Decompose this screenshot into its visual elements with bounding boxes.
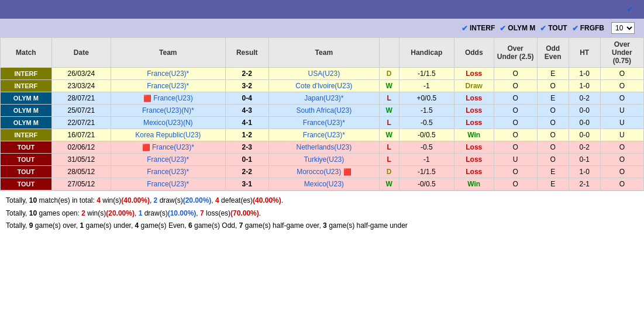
ou075-cell: O	[600, 141, 643, 154]
wd-cell: W	[379, 105, 399, 117]
filter-frgfb[interactable]: ✔ FRGFB	[572, 24, 604, 33]
team2-cell: Morocco(U23) 🟥	[268, 166, 379, 178]
match-type-cell: TOUT	[1, 154, 52, 166]
team1-link[interactable]: France(U23)*	[147, 168, 189, 176]
team1-link[interactable]: France(U23)*	[147, 155, 189, 164]
team1-cell: France(U23)*	[111, 154, 225, 166]
ou25-cell: O	[494, 92, 537, 105]
date-cell: 27/05/12	[51, 178, 111, 190]
team1-link[interactable]: Mexico(U23)(N)	[143, 119, 193, 127]
flag-icon: 🟥	[143, 95, 151, 102]
wd-cell: W	[379, 80, 399, 92]
oe-cell: O	[537, 154, 569, 166]
handicap-cell: +0/0.5	[399, 92, 454, 105]
team2-cell: France(U23)*	[268, 129, 379, 141]
tout-label: TOUT	[548, 24, 567, 32]
match-type-cell: OLYM M	[1, 105, 52, 117]
tout-check-icon: ✔	[540, 24, 546, 33]
frgfb-check-icon: ✔	[572, 24, 578, 33]
ou075-cell: O	[600, 154, 643, 166]
table-row: TOUT 27/05/12 France(U23)* 3-1 Mexico(U2…	[1, 178, 644, 190]
col-header-handicap: Handicap	[399, 38, 454, 68]
team2-link[interactable]: USA(U23)	[308, 70, 340, 78]
col-header-wd	[379, 38, 399, 68]
wd-cell: L	[379, 141, 399, 154]
odds-cell: Loss	[454, 117, 494, 129]
team1-cell: Mexico(U23)(N)	[111, 117, 225, 129]
table-row: INTERF 16/07/21 Korea Republic(U23) 1-2 …	[1, 129, 644, 141]
result-cell: 4-3	[225, 105, 268, 117]
handicap-cell: -0.5	[399, 117, 454, 129]
date-cell: 28/05/12	[51, 166, 111, 178]
team2-cell: Turkiye(U23)	[268, 154, 379, 166]
oe-cell: O	[537, 80, 569, 92]
ou075-cell: O	[600, 80, 643, 92]
filter-tout[interactable]: ✔ TOUT	[540, 24, 567, 33]
handicap-cell: -0/0.5	[399, 178, 454, 190]
date-cell: 26/03/24	[51, 68, 111, 80]
team2-cell: Mexico(U23)	[268, 178, 379, 190]
col-header-result: Result	[225, 38, 268, 68]
team2-link[interactable]: South Africa(U23)	[296, 106, 352, 115]
match-type-cell: TOUT	[1, 178, 52, 190]
team1-link[interactable]: France(U23)*	[147, 82, 189, 90]
summary: Totally, 10 match(es) in total: 4 win(s)…	[0, 190, 644, 236]
wd-cell: L	[379, 154, 399, 166]
team2-link[interactable]: Morocco(U23)	[297, 168, 341, 176]
team2-link[interactable]: Netherlands(U23)	[296, 143, 352, 151]
odds-cell: Loss	[454, 68, 494, 80]
odds-cell: Loss	[454, 166, 494, 178]
wd-cell: L	[379, 117, 399, 129]
team2-cell: USA(U23)	[268, 68, 379, 80]
handicap-cell: -0/0.5	[399, 129, 454, 141]
games-select[interactable]: 10 20 30	[611, 22, 635, 34]
team1-link[interactable]: France(U23)	[153, 94, 192, 102]
oe-cell: E	[537, 68, 569, 80]
result-cell: 3-2	[225, 80, 268, 92]
ou25-cell: O	[494, 117, 537, 129]
odds-cell: Loss	[454, 92, 494, 105]
filter-interf[interactable]: ✔ INTERF	[462, 24, 495, 33]
match-type-cell: INTERF	[1, 80, 52, 92]
team1-link[interactable]: France(U23)(N)*	[142, 106, 194, 115]
team2-link[interactable]: Cote d'Ivoire(U23)	[295, 82, 352, 90]
table-row: TOUT 28/05/12 France(U23)* 2-2 Morocco(U…	[1, 166, 644, 178]
oe-cell: O	[537, 117, 569, 129]
team2-cell: Netherlands(U23)	[268, 141, 379, 154]
ou075-cell: O	[600, 178, 643, 190]
result-cell: 2-2	[225, 68, 268, 80]
filter-olym[interactable]: ✔ OLYM M	[500, 24, 535, 33]
date-cell: 02/06/12	[51, 141, 111, 154]
ht-cell: 1-0	[569, 80, 600, 92]
team2-link[interactable]: France(U23)*	[303, 131, 345, 139]
main-container: ✔ ✔ INTERF ✔ OLYM M ✔ TOUT ✔ FRGFB 10 20…	[0, 0, 644, 236]
match-type-cell: TOUT	[1, 141, 52, 154]
display-notes-checkbox[interactable]: ✔	[626, 5, 633, 14]
ht-cell: 0-0	[569, 129, 600, 141]
table-row: TOUT 02/06/12 🟥 France(U23)* 2-3 Netherl…	[1, 141, 644, 154]
ou075-cell: U	[600, 117, 643, 129]
handicap-cell: -1/1.5	[399, 68, 454, 80]
match-type-cell: TOUT	[1, 166, 52, 178]
ht-cell: 0-1	[569, 154, 600, 166]
ou075-cell: U	[600, 105, 643, 117]
team2-link[interactable]: Japan(U23)*	[304, 94, 343, 102]
col-header-oe: Odd Even	[537, 38, 569, 68]
date-cell: 23/03/24	[51, 80, 111, 92]
team1-link[interactable]: France(U23)*	[147, 70, 189, 78]
ht-cell: 0-2	[569, 92, 600, 105]
team2-link[interactable]: Turkiye(U23)	[304, 155, 344, 164]
match-type-cell: INTERF	[1, 129, 52, 141]
team1-link[interactable]: France(U23)*	[152, 143, 194, 151]
team1-link[interactable]: Korea Republic(U23)	[135, 131, 201, 139]
wd-cell: D	[379, 68, 399, 80]
ou25-cell: O	[494, 68, 537, 80]
team1-cell: France(U23)*	[111, 80, 225, 92]
team2-link[interactable]: France(U23)*	[303, 119, 345, 127]
team2-link[interactable]: Mexico(U23)	[304, 180, 344, 188]
interf-check-icon: ✔	[462, 24, 468, 33]
team2-cell: South Africa(U23)	[268, 105, 379, 117]
team1-link[interactable]: France(U23)*	[147, 180, 189, 188]
wd-cell: L	[379, 92, 399, 105]
team1-cell: 🟥 France(U23)*	[111, 141, 225, 154]
